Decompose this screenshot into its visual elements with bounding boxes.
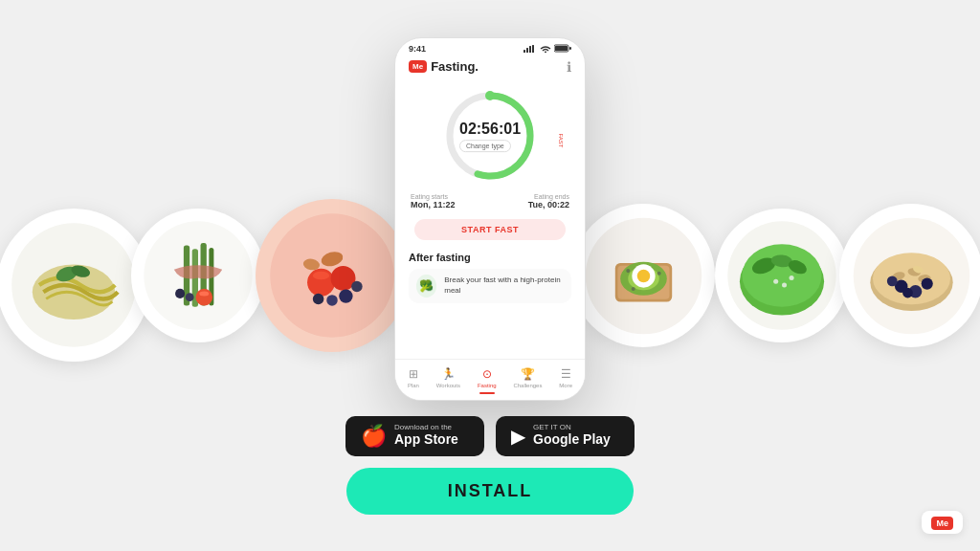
apple-icon: 🍎 [361,424,387,449]
start-fast-button[interactable]: START FAST [414,219,566,240]
eating-start-value: Mon, 11:22 [411,200,456,209]
svg-point-50 [921,277,932,289]
svg-rect-60 [555,46,568,51]
suggestion-text: Break your fast with a high-protein meal [444,276,564,296]
suggestion-icon: 🥦 [416,275,436,298]
plan-icon: ⊞ [409,367,418,381]
svg-point-20 [326,295,338,306]
app-store-name: App Store [394,431,458,448]
nav-fasting[interactable]: ⊙ Fasting [478,367,497,394]
svg-point-31 [657,271,660,275]
change-type-button[interactable]: Change type [459,140,511,152]
svg-point-41 [790,276,794,280]
timer-value: 02:56:01 [459,121,521,138]
eating-end-block: Eating ends Tue, 00:22 [528,193,569,209]
svg-point-40 [782,283,787,288]
logo-badge: Me [409,60,427,73]
timer-container: 02:56:01 Change type FAST [395,80,585,187]
workouts-icon: 🏃 [441,367,456,381]
svg-point-12 [186,293,194,301]
download-buttons: 🍎 Download on the App Store ▶ GET IT ON … [345,416,635,456]
svg-point-44 [873,253,950,304]
svg-point-21 [313,294,324,305]
plan-label: Plan [408,383,419,388]
pasta-plate [0,209,150,362]
svg-rect-54 [523,50,525,53]
bottom-nav: ⊞ Plan 🏃 Workouts ⊙ Fasting 🏆 Challenges… [395,359,585,400]
eating-start-label: Eating starts [411,193,456,200]
fast-label: FAST [557,133,563,147]
eating-start-block: Eating starts Mon, 11:22 [411,193,456,209]
battery-icon [554,44,571,53]
after-fasting-title: After fasting [409,252,571,263]
eating-times: Eating starts Mon, 11:22 Eating ends Tue… [395,187,585,215]
timer-text: 02:56:01 Change type [459,121,521,152]
svg-point-58 [545,51,546,53]
app-store-button[interactable]: 🍎 Download on the App Store [345,416,484,456]
app-logo: Me Fasting. [409,59,479,74]
google-play-text: GET IT ON Google Play [533,424,611,448]
svg-point-35 [742,244,821,307]
svg-point-52 [902,287,913,298]
svg-rect-57 [532,45,534,53]
svg-point-29 [636,269,650,282]
status-bar: 9:41 [395,38,585,55]
svg-point-51 [886,276,897,286]
svg-point-10 [199,291,209,296]
nav-more[interactable]: ☰ More [559,367,572,388]
challenges-icon: 🏆 [521,367,535,381]
svg-point-64 [485,91,495,100]
signal-icon [523,45,537,53]
app-header: Me Fasting. ℹ [395,55,585,80]
nav-plan[interactable]: ⊞ Plan [408,367,419,388]
status-icons [523,44,571,53]
fasting-label: Fasting [478,383,497,388]
google-play-name: Google Play [533,431,611,448]
workouts-label: Workouts [436,383,460,388]
main-content: 9:41 [345,37,635,515]
app-store-sub: Download on the [394,424,458,431]
oats-plate [839,204,980,347]
me-badge: Me [922,511,963,534]
svg-rect-55 [526,48,528,53]
eating-end-value: Tue, 00:22 [528,200,569,209]
svg-point-39 [773,279,778,284]
svg-rect-61 [569,47,571,50]
wifi-icon [540,45,551,53]
asparagus-plate [131,209,265,342]
app-name: Fasting. [431,59,479,74]
play-icon: ▶ [511,425,525,448]
me-badge-logo: Me [931,517,953,530]
green-smoothie-plate [715,209,849,342]
phone-screen: 9:41 [394,37,586,401]
nav-challenges[interactable]: 🏆 Challenges [513,367,542,388]
eating-end-label: Eating ends [528,193,569,200]
time-display: 9:41 [409,44,426,54]
google-play-button[interactable]: ▶ GET IT ON Google Play [496,416,635,456]
phone-mockup: 9:41 [394,37,586,401]
fasting-icon: ⊙ [482,367,492,381]
google-play-sub: GET IT ON [533,424,611,431]
svg-point-16 [313,272,329,280]
app-store-text: Download on the App Store [394,424,458,448]
after-fasting-section: After fasting 🥦 Break your fast with a h… [395,244,585,307]
nav-workouts[interactable]: 🏃 Workouts [436,367,460,388]
install-button[interactable]: INSTALL [346,468,634,515]
challenges-label: Challenges [513,383,542,388]
more-icon: ☰ [561,367,571,381]
info-icon[interactable]: ℹ [567,59,571,75]
svg-rect-56 [529,46,531,53]
suggestion-card: 🥦 Break your fast with a high-protein me… [409,269,571,303]
svg-point-11 [175,289,185,298]
more-label: More [559,383,572,388]
